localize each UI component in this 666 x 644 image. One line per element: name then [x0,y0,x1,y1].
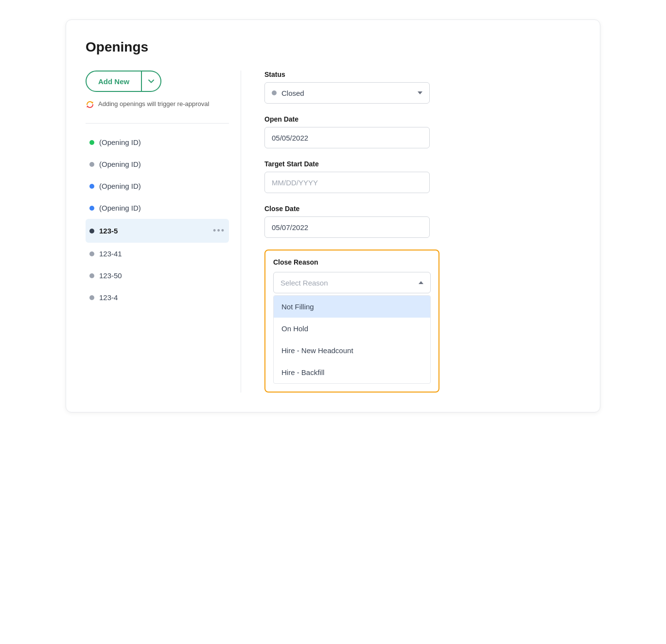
status-dot [89,140,94,145]
main-layout: Add New Adding openings w [86,71,580,393]
list-item[interactable]: (Opening ID) [86,153,229,175]
close-reason-label: Close Reason [273,258,431,266]
close-date-field-group: Close Date [264,205,580,238]
refresh-icon [86,100,94,111]
list-item[interactable]: (Opening ID) [86,131,229,153]
list-item[interactable]: 123-41 [86,243,229,265]
list-item[interactable]: (Opening ID) [86,197,229,219]
select-reason-trigger[interactable]: Select Reason [273,272,431,293]
open-date-field-group: Open Date [264,115,580,148]
status-chevron-down-icon [418,91,422,94]
opening-item-left: (Opening ID) [89,182,141,190]
status-select[interactable]: Closed [264,82,430,104]
opening-item-left: 123-5 [89,227,118,235]
target-start-date-field-group: Target Start Date [264,160,580,193]
close-reason-dropdown: Not Filling On Hold Hire - New Headcount… [273,295,431,384]
opening-item-left: (Opening ID) [89,204,141,212]
opening-item-left: 123-4 [89,293,118,302]
opening-id-label: (Opening ID) [99,160,141,168]
close-reason-box: Close Reason Select Reason Not Filling O… [264,250,439,393]
sidebar: Add New Adding openings w [86,71,241,393]
opening-item-left: (Opening ID) [89,138,141,146]
opening-id-label: (Opening ID) [99,138,141,146]
status-value: Closed [281,89,304,97]
target-start-date-label: Target Start Date [264,160,580,168]
status-dot [89,184,94,189]
dropdown-option-not-filling[interactable]: Not Filling [274,296,430,318]
chevron-up-icon [419,281,423,284]
status-select-left: Closed [272,89,304,97]
page-title: Openings [86,39,580,55]
list-item[interactable]: 123-4 [86,286,229,308]
opening-id-label: 123-41 [99,250,122,258]
page-container: Openings Add New [66,19,600,412]
opening-id-label: 123-5 [99,227,118,235]
open-date-label: Open Date [264,115,580,123]
add-new-btn-group: Add New [86,71,229,92]
status-dot [89,273,94,278]
add-new-dropdown-button[interactable] [142,71,161,92]
select-reason-placeholder: Select Reason [280,279,328,287]
status-dot [89,162,94,167]
status-dot [89,229,94,233]
opening-id-label: 123-50 [99,271,122,280]
opening-item-left: (Opening ID) [89,160,141,168]
opening-id-label: (Opening ID) [99,182,141,190]
list-item-active[interactable]: 123-5 ••• [86,219,229,243]
list-item[interactable]: (Opening ID) [86,175,229,197]
close-date-input[interactable] [264,216,430,238]
target-start-date-input[interactable] [264,172,430,193]
form-content: Status Closed Open Date Target Start Dat… [241,71,580,393]
status-dot [89,295,94,300]
opening-item-left: 123-41 [89,250,122,258]
status-field-group: Status Closed [264,71,580,104]
dropdown-option-hire-new-headcount[interactable]: Hire - New Headcount [274,340,430,361]
chevron-down-icon [148,78,155,85]
add-new-button[interactable]: Add New [86,71,142,92]
list-item[interactable]: 123-50 [86,265,229,286]
status-label: Status [264,71,580,78]
opening-list: (Opening ID) (Opening ID) (Opening ID) [86,131,229,308]
opening-id-label: (Opening ID) [99,204,141,212]
status-indicator-dot [272,90,277,95]
re-approval-text: Adding openings will trigger re-approval [98,100,209,108]
close-date-label: Close Date [264,205,580,213]
dropdown-option-on-hold[interactable]: On Hold [274,318,430,340]
status-dot [89,251,94,256]
status-dot [89,206,94,211]
open-date-input[interactable] [264,127,430,148]
re-approval-notice: Adding openings will trigger re-approval [86,100,229,111]
dropdown-option-hire-backfill[interactable]: Hire - Backfill [274,361,430,383]
opening-id-label: 123-4 [99,293,118,302]
opening-item-left: 123-50 [89,271,122,280]
sidebar-divider [86,123,229,124]
more-options-icon[interactable]: ••• [213,226,225,236]
